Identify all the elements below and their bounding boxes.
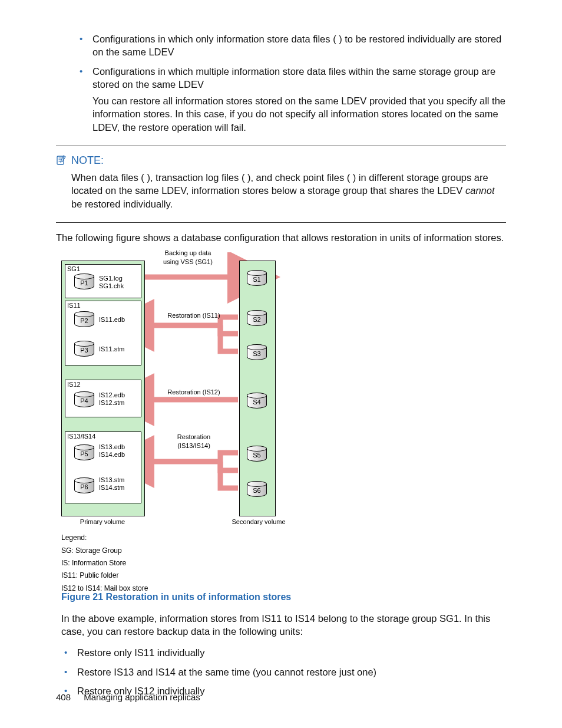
bullet-text: Restore IS13 and IS14 at the same time (… <box>77 667 376 677</box>
secondary-vol-label: Secondary volume <box>226 518 291 526</box>
sg1-label: SG1 <box>67 265 80 273</box>
paragraph: The following figure shows a database co… <box>56 231 506 244</box>
cylinder-p1: P1 <box>74 274 94 290</box>
legend-line: IS11: Public folder <box>61 571 250 581</box>
cylinder-s6: S6 <box>247 481 267 498</box>
note-icon <box>56 155 67 166</box>
backup-label: Backing up data using VSS (SG1) <box>153 249 223 266</box>
divider <box>56 146 506 146</box>
rest11-label: Restoration (IS11) <box>161 311 226 320</box>
note-text: When data files ( ), transaction log fil… <box>71 172 488 196</box>
is11-edb: IS11.edb <box>99 316 125 324</box>
is12-files: IS12.edb IS12.stm <box>99 391 125 406</box>
legend-line: IS12 to IS14: Mail box store <box>61 584 250 594</box>
legend-line: IS: Information Store <box>61 558 250 568</box>
cylinder-s2: S2 <box>247 310 267 327</box>
cylinder-p4: P4 <box>74 391 94 408</box>
secondary-column <box>239 261 276 516</box>
cylinder-p3: P3 <box>74 341 94 357</box>
page: Configurations in which only information… <box>0 0 562 728</box>
note-heading: NOTE: <box>56 153 506 167</box>
bullet-text: Restore only IS11 individually <box>77 647 204 658</box>
rest12-label: Restoration (IS12) <box>161 388 226 397</box>
divider <box>56 222 506 223</box>
bullet-item: Restore IS13 and IS14 at the same time (… <box>64 666 506 678</box>
cylinder-p6: P6 <box>74 477 94 494</box>
is11-label: IS11 <box>67 302 81 309</box>
note-emphasis: cannot <box>465 185 495 196</box>
cylinder-p2: P2 <box>74 311 94 328</box>
cylinder-s4: S4 <box>247 393 267 409</box>
diagram: Backing up data using VSS (SG1) SG1 P1 S… <box>61 252 315 582</box>
cylinder-p5: P5 <box>74 444 94 461</box>
sg1-files: SG1.log SG1.chk <box>99 275 124 289</box>
is11-stm: IS11.stm <box>99 345 124 353</box>
rest1314-label: Restoration (IS13/IS14) <box>167 433 220 450</box>
is1314-label: IS13/IS14 <box>67 433 95 440</box>
page-number: 408 <box>56 692 71 702</box>
cylinder-s3: S3 <box>247 344 267 361</box>
bottom-bullet-list: Restore only IS11 individually Restore I… <box>64 646 506 697</box>
primary-vol-label: Primary volume <box>61 518 144 526</box>
legend-line: SG: Storage Group <box>61 546 250 556</box>
bullet-subtext: You can restore all information stores s… <box>92 94 506 134</box>
footer-title: Managing application replicas <box>84 692 200 702</box>
legend-title: Legend: <box>61 533 250 543</box>
note-block: NOTE: When data files ( ), transaction l… <box>56 153 506 210</box>
is13-edb: IS13.edb IS14.edb <box>99 443 125 458</box>
note-label: NOTE: <box>71 153 104 167</box>
page-footer: 408 Managing application replicas <box>56 691 200 703</box>
bullet-text: Configurations in which only information… <box>92 34 501 57</box>
cylinder-s1: S1 <box>247 270 267 286</box>
cylinder-s5: S5 <box>247 446 267 462</box>
legend-block: Legend: SG: Storage Group IS: Informatio… <box>61 531 250 594</box>
bullet-item: Configurations in which only information… <box>80 32 506 59</box>
is12-label: IS12 <box>67 381 81 388</box>
top-bullet-list: Configurations in which only information… <box>80 32 506 134</box>
note-body: When data files ( ), transaction log fil… <box>56 171 506 210</box>
bullet-item: Restore only IS11 individually <box>64 646 506 659</box>
bullet-item: Configurations in which multiple informa… <box>80 65 506 134</box>
paragraph: In the above example, information stores… <box>61 612 506 638</box>
note-text: be restored individually. <box>71 199 173 209</box>
is13-stm: IS13.stm IS14.stm <box>99 476 124 491</box>
bullet-text: Configurations in which multiple informa… <box>92 66 495 90</box>
